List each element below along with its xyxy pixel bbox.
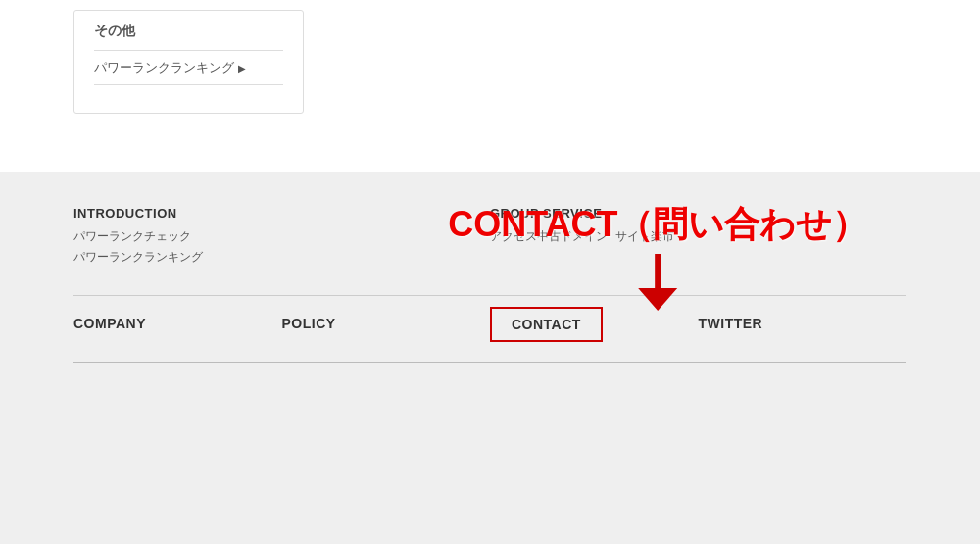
top-section: その他 パワーランクランキング ▶ — [0, 0, 980, 172]
footer-bottom: COMPANY POLICY CONTACT TWITTER — [74, 295, 906, 363]
footer-nav: INTRODUCTION パワーランクチェック パワーランクランキング GROU… — [74, 206, 906, 266]
footer-nav-contact[interactable]: CONTACT — [490, 307, 603, 342]
footer-col-group-service: GROUP SERVICE アクセス中古ドメイン サイト楽市 — [490, 206, 699, 266]
card-title: その他 — [94, 23, 283, 40]
card-link[interactable]: パワーランクランキング ▶ — [94, 59, 283, 76]
footer-divider — [74, 362, 906, 363]
footer-nav-policy[interactable]: POLICY — [282, 316, 491, 342]
footer-bottom-nav: COMPANY POLICY CONTACT TWITTER — [74, 296, 906, 352]
card-link-text: パワーランクランキング — [94, 59, 234, 76]
footer-col-empty2 — [699, 206, 907, 266]
footer-links-group: アクセス中古ドメイン サイト楽市 — [490, 228, 679, 245]
footer-links-introduction: パワーランクチェック パワーランクランキング — [74, 228, 263, 266]
card-link-arrow: ▶ — [238, 63, 246, 74]
footer-nav-company[interactable]: COMPANY — [74, 316, 282, 342]
footer-link-access-domain[interactable]: アクセス中古ドメイン — [490, 228, 608, 245]
footer-link-site-rakuichi[interactable]: サイト楽市 — [615, 228, 674, 245]
footer-section-title-introduction: INTRODUCTION — [74, 206, 263, 221]
footer-nav-twitter[interactable]: TWITTER — [699, 316, 907, 342]
footer-section: CONTACT（問い合わせ） INTRODUCTION パワーランクチェック パ… — [0, 172, 980, 544]
footer-link-powerrank-check[interactable]: パワーランクチェック — [74, 228, 263, 245]
sidebar-card: その他 パワーランクランキング ▶ — [74, 10, 304, 114]
footer-link-powerrank-ranking[interactable]: パワーランクランキング — [74, 249, 263, 266]
footer-nav-contact-wrapper: CONTACT — [490, 316, 699, 342]
footer-section-title-group: GROUP SERVICE — [490, 206, 679, 221]
footer-col-empty1 — [282, 206, 491, 266]
footer-col-introduction: INTRODUCTION パワーランクチェック パワーランクランキング — [74, 206, 282, 266]
